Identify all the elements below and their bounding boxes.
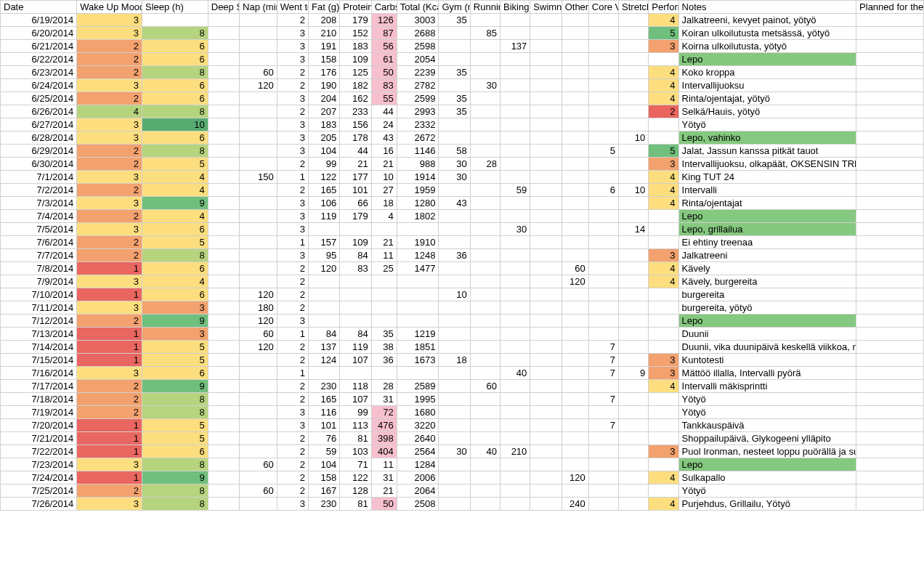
cell-perf[interactable]: 3 [649,158,678,171]
cell-total[interactable]: 1219 [397,328,439,341]
cell-other[interactable] [562,118,588,131]
column-header-run[interactable]: Runnin [470,1,500,14]
cell-perf[interactable] [649,210,678,223]
cell-protein[interactable]: 178 [340,131,371,145]
cell-went[interactable]: 2 [277,341,308,354]
cell-carbs[interactable]: 36 [371,354,397,367]
cell-nap[interactable] [240,210,277,223]
column-header-core[interactable]: Core V [588,1,618,14]
cell-bike[interactable] [500,171,530,184]
cell-total[interactable] [397,275,439,288]
cell-fat[interactable]: 230 [308,380,339,393]
cell-bike[interactable] [500,262,530,275]
cell-carbs[interactable]: 126 [371,14,397,27]
cell-perf[interactable] [649,118,678,131]
cell-fat[interactable]: 207 [308,105,339,118]
cell-total[interactable]: 2993 [397,105,439,118]
cell-bike[interactable] [500,393,530,406]
cell-date[interactable]: 7/1/2014 [1,171,77,184]
cell-deep[interactable] [208,288,239,301]
cell-date[interactable]: 7/6/2014 [1,236,77,249]
cell-nap[interactable] [240,249,277,262]
cell-notes[interactable]: Yötyö [678,484,856,498]
cell-deep[interactable] [208,367,239,380]
cell-fat[interactable] [308,288,339,301]
cell-date[interactable]: 7/16/2014 [1,367,77,380]
cell-went[interactable]: 3 [277,145,308,158]
cell-stretch[interactable] [619,484,649,498]
cell-sleep[interactable]: 9 [142,471,208,484]
cell-stretch[interactable]: 9 [619,367,649,380]
cell-notes[interactable]: Lepo, grillailua [678,223,856,236]
cell-deep[interactable] [208,328,239,341]
cell-swim[interactable] [530,471,562,484]
cell-sleep[interactable]: 6 [142,262,208,275]
cell-date[interactable]: 6/21/2014 [1,40,77,53]
cell-notes[interactable]: Koko kroppa [678,66,856,79]
cell-run[interactable] [470,458,500,471]
cell-carbs[interactable]: 404 [371,445,397,458]
cell-other[interactable] [562,367,588,380]
cell-date[interactable]: 7/12/2014 [1,315,77,328]
cell-wake[interactable]: 2 [77,92,142,105]
cell-perf[interactable]: 4 [649,171,678,184]
cell-notes[interactable]: Puol Ironman, nesteet loppu puörällä ja … [678,445,856,458]
cell-deep[interactable] [208,406,239,419]
cell-fat[interactable]: 116 [308,406,339,419]
cell-core[interactable] [588,249,618,262]
cell-total[interactable]: 2006 [397,471,439,484]
cell-fat[interactable]: 210 [308,27,339,40]
cell-date[interactable]: 7/24/2014 [1,471,77,484]
cell-bike[interactable] [500,328,530,341]
cell-run[interactable] [470,236,500,249]
cell-deep[interactable] [208,131,239,145]
cell-deep[interactable] [208,393,239,406]
cell-run[interactable] [470,432,500,445]
cell-notes[interactable]: Kävely, burgereita [678,275,856,288]
cell-stretch[interactable] [619,92,649,105]
cell-protein[interactable]: 179 [340,210,371,223]
cell-nap[interactable] [240,432,277,445]
cell-went[interactable]: 3 [277,249,308,262]
cell-planned[interactable] [856,328,924,341]
cell-fat[interactable]: 165 [308,184,339,197]
cell-went[interactable]: 2 [277,105,308,118]
cell-notes[interactable]: Lepo [678,315,856,328]
cell-other[interactable] [562,301,588,315]
cell-deep[interactable] [208,145,239,158]
cell-fat[interactable]: 205 [308,131,339,145]
cell-perf[interactable] [649,53,678,66]
cell-stretch[interactable] [619,498,649,511]
cell-protein[interactable] [340,288,371,301]
cell-sleep[interactable]: 8 [142,249,208,262]
cell-wake[interactable]: 2 [77,393,142,406]
cell-nap[interactable] [240,393,277,406]
cell-wake[interactable]: 2 [77,406,142,419]
cell-swim[interactable] [530,432,562,445]
cell-protein[interactable]: 21 [340,158,371,171]
cell-perf[interactable]: 4 [649,380,678,393]
cell-carbs[interactable]: 11 [371,458,397,471]
cell-core[interactable] [588,458,618,471]
cell-wake[interactable]: 3 [77,275,142,288]
cell-sleep[interactable]: 9 [142,315,208,328]
cell-planned[interactable] [856,92,924,105]
cell-carbs[interactable]: 56 [371,40,397,53]
cell-stretch[interactable] [619,458,649,471]
cell-other[interactable]: 240 [562,498,588,511]
cell-went[interactable]: 1 [277,171,308,184]
cell-date[interactable]: 6/20/2014 [1,27,77,40]
cell-core[interactable] [588,158,618,171]
cell-went[interactable]: 2 [277,66,308,79]
cell-gym[interactable] [439,341,470,354]
cell-notes[interactable]: Lepo [678,53,856,66]
cell-deep[interactable] [208,341,239,354]
cell-gym[interactable] [439,131,470,145]
cell-deep[interactable] [208,262,239,275]
cell-protein[interactable]: 182 [340,79,371,92]
cell-run[interactable] [470,419,500,432]
cell-date[interactable]: 7/7/2014 [1,249,77,262]
cell-run[interactable]: 28 [470,158,500,171]
cell-gym[interactable] [439,40,470,53]
cell-deep[interactable] [208,27,239,40]
